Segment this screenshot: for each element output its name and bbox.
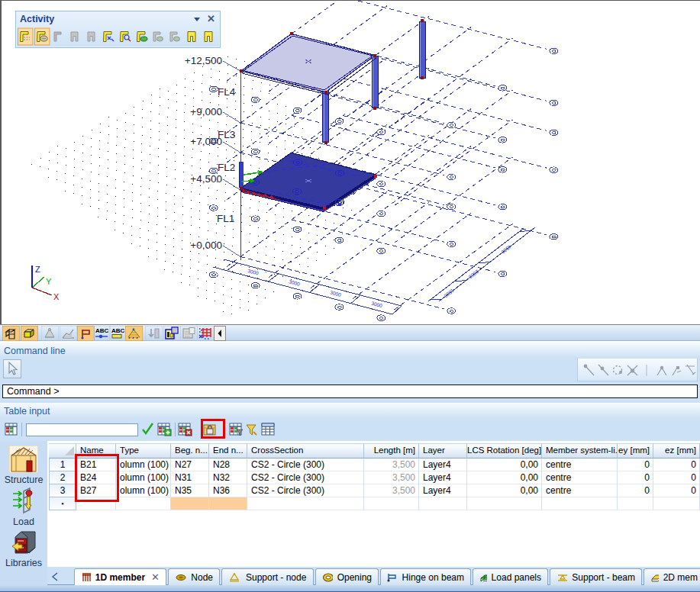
svg-text:ABC: ABC [95,327,109,334]
svg-text:X: X [53,292,60,301]
svg-text:3000: 3000 [289,278,301,287]
svg-text:+12,500: +12,500 [185,55,222,66]
svg-text:ABC: ABC [111,327,125,334]
svg-text:3000: 3000 [247,268,260,276]
svg-text:Z: Z [35,265,40,274]
svg-text:+4,500: +4,500 [190,173,222,185]
svg-text:FL1: FL1 [217,213,234,224]
svg-text:+9,000: +9,000 [190,106,222,117]
svg-text:FL3: FL3 [218,129,235,140]
svg-text:3000: 3000 [330,290,342,298]
svg-text:4500: 4500 [500,244,512,256]
svg-text:Y: Y [46,277,52,286]
svg-text:3000: 3000 [371,301,383,309]
svg-text:FL4: FL4 [218,86,236,98]
svg-text:FL2: FL2 [218,162,235,173]
svg-text:+0,000: +0,000 [190,240,222,251]
